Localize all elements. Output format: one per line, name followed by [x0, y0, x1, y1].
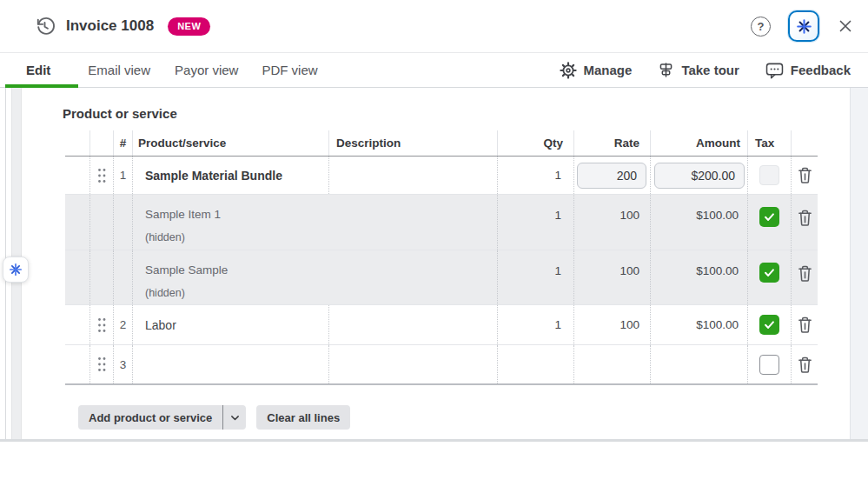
add-product-button[interactable]: Add product or service	[78, 411, 222, 424]
header-spacer	[65, 130, 89, 156]
delete-row-button[interactable]	[794, 207, 815, 228]
header-amount: Amount	[650, 130, 747, 156]
trash-icon	[797, 166, 813, 184]
qty-cell: 1	[497, 195, 573, 250]
tab-bar-actions: Manage Take tour Feedback	[560, 62, 851, 79]
table-header-row: # Product/service Description Qty Rate A…	[65, 130, 818, 157]
line-items-table: # Product/service Description Qty Rate A…	[65, 130, 818, 385]
trash-icon	[797, 356, 813, 374]
tab-payor-view[interactable]: Payor view	[175, 63, 238, 77]
trash-icon	[797, 209, 813, 227]
product-cell: Sample Sample (hidden)	[132, 250, 328, 304]
close-icon	[838, 19, 852, 33]
assist-button[interactable]	[788, 10, 819, 42]
table-row: 1 Sample Material Bundle 1 200 $200.00	[65, 157, 818, 194]
history-icon[interactable]	[33, 15, 56, 37]
drag-handle[interactable]	[95, 167, 109, 184]
product-cell: Sample Item 1 (hidden)	[132, 195, 328, 250]
bundle-sub-row: Sample Item 1 (hidden) 1 100 $100.00	[65, 194, 818, 250]
tax-checkbox[interactable]	[759, 355, 779, 375]
row-number: 2	[113, 305, 132, 344]
close-button[interactable]	[837, 17, 854, 35]
hidden-note: (hidden)	[145, 231, 328, 243]
take-tour-label: Take tour	[681, 63, 739, 77]
assist-sparkle-icon	[9, 263, 23, 276]
footer-bar: Print or download Make recurring Save Re…	[0, 442, 868, 493]
product-cell[interactable]	[132, 345, 328, 383]
header-num: #	[113, 130, 132, 156]
right-scrollbar-track[interactable]	[850, 88, 868, 441]
rate-cell[interactable]: 100	[573, 305, 650, 344]
invoice-editor-window: Invoice 1008 NEW ? Edit Email view Payor…	[0, 0, 868, 493]
amount-cell: $100.00	[650, 195, 747, 250]
sub-item-name: Sample Item 1	[145, 208, 328, 221]
help-icon: ?	[758, 20, 765, 33]
qty-cell[interactable]: 1	[497, 157, 573, 194]
manage-label: Manage	[584, 63, 633, 77]
assist-drawer-handle[interactable]	[3, 256, 29, 283]
sub-item-name: Sample Sample	[145, 263, 328, 276]
delete-row-button[interactable]	[794, 165, 815, 186]
qty-cell[interactable]	[497, 345, 573, 383]
feedback-label: Feedback	[791, 63, 851, 77]
take-tour-button[interactable]: Take tour	[658, 62, 739, 78]
manage-button[interactable]: Manage	[560, 62, 633, 79]
feedback-button[interactable]: Feedback	[765, 62, 851, 79]
qty-cell: 1	[497, 250, 573, 304]
line-actions: Add product or service Clear all lines	[78, 405, 350, 430]
top-bar: Invoice 1008 NEW ?	[0, 0, 868, 52]
hidden-note: (hidden)	[145, 287, 328, 299]
drag-handle[interactable]	[95, 316, 109, 334]
tax-checkbox[interactable]	[759, 315, 779, 335]
amount-cell[interactable]: $100.00	[650, 305, 747, 344]
header-tax: Tax	[747, 130, 791, 156]
tax-checkbox[interactable]	[759, 207, 779, 227]
delete-row-button[interactable]	[794, 354, 815, 375]
amount-cell[interactable]	[650, 345, 747, 383]
rate-cell[interactable]	[573, 345, 650, 383]
header-qty: Qty	[497, 130, 573, 156]
tax-checkbox[interactable]	[759, 263, 779, 283]
assist-sparkle-icon	[796, 18, 812, 35]
description-cell[interactable]	[328, 305, 497, 344]
product-cell[interactable]: Sample Material Bundle	[132, 157, 328, 194]
amount-input[interactable]: $200.00	[654, 163, 745, 189]
drag-handle[interactable]	[95, 356, 109, 373]
amount-cell[interactable]: $200.00	[650, 157, 747, 194]
tab-email-view[interactable]: Email view	[88, 63, 150, 77]
help-button[interactable]: ?	[751, 17, 771, 37]
description-cell[interactable]	[328, 345, 497, 383]
rate-cell: 100	[573, 250, 650, 304]
rate-input[interactable]: 200	[577, 163, 646, 189]
rate-cell: 100	[573, 195, 650, 250]
add-product-dropdown-button[interactable]	[223, 412, 246, 423]
new-badge: NEW	[168, 17, 210, 36]
tab-edit[interactable]: Edit	[26, 63, 50, 77]
checkmark-icon	[763, 266, 776, 279]
header-rate: Rate	[573, 130, 650, 156]
trash-icon	[797, 316, 813, 334]
page-title: Invoice 1008	[66, 17, 154, 35]
delete-row-button[interactable]	[794, 263, 815, 283]
tax-checkbox	[759, 165, 779, 185]
qty-cell[interactable]: 1	[497, 305, 573, 344]
clear-all-lines-button[interactable]: Clear all lines	[256, 405, 350, 430]
topbar-actions: ?	[751, 10, 854, 42]
header-description: Description	[328, 130, 497, 156]
delete-row-button[interactable]	[794, 315, 815, 336]
tab-pdf-view[interactable]: PDF view	[262, 63, 317, 77]
table-row: 3	[65, 344, 818, 383]
product-cell[interactable]: Labor	[132, 305, 328, 344]
description-cell	[328, 195, 497, 250]
view-tab-bar: Edit Email view Payor view PDF view Mana…	[0, 52, 868, 88]
header-actions-col	[791, 130, 818, 156]
gear-icon	[560, 62, 577, 79]
table-row: 2 Labor 1 100 $100.00	[65, 304, 818, 344]
row-number: 3	[113, 345, 132, 383]
rate-cell[interactable]: 200	[573, 157, 650, 194]
description-cell[interactable]	[328, 157, 497, 194]
add-product-split-button: Add product or service	[78, 405, 246, 430]
description-cell	[328, 250, 497, 304]
row-number: 1	[113, 157, 132, 194]
trash-icon	[797, 264, 813, 283]
